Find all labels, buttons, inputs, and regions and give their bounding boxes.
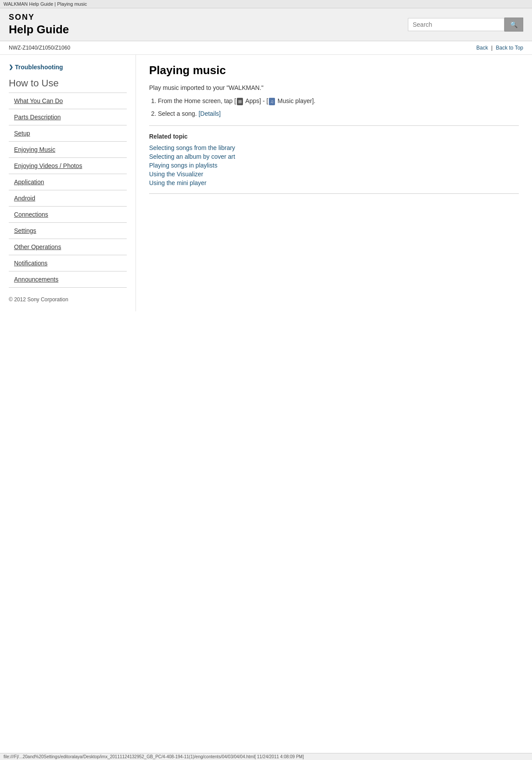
sony-logo: SONY — [9, 13, 69, 22]
sidebar-nav-item[interactable]: Announcements — [9, 271, 127, 288]
related-link[interactable]: Playing songs in playlists — [149, 162, 218, 169]
details-link[interactable]: [Details] — [199, 110, 221, 117]
related-link[interactable]: Using the Visualizer — [149, 171, 203, 178]
related-link-item: Using the mini player — [149, 179, 519, 186]
back-to-top-link[interactable]: Back to Top — [496, 45, 523, 51]
troubleshooting-label: Troubleshooting — [15, 64, 63, 71]
content-steps: From the Home screen, tap [⊞ Apps] - [♫ … — [158, 96, 519, 118]
sidebar-nav-item[interactable]: Android — [9, 190, 127, 207]
related-link[interactable]: Selecting an album by cover art — [149, 153, 235, 160]
model-number: NWZ-Z1040/Z1050/Z1060 — [9, 45, 70, 51]
nav-bar: NWZ-Z1040/Z1050/Z1060 Back | Back to Top — [0, 41, 532, 55]
related-link-item: Using the Visualizer — [149, 171, 519, 178]
search-input[interactable] — [408, 18, 504, 31]
step-2: Select a song. [Details] — [158, 109, 519, 118]
content-title: Playing music — [149, 64, 519, 77]
related-link[interactable]: Using the mini player — [149, 179, 207, 186]
content-area: Playing music Play music imported to you… — [136, 55, 532, 311]
sidebar-nav-item[interactable]: Application — [9, 174, 127, 190]
troubleshooting-section: Troubleshooting — [9, 64, 127, 71]
browser-titlebar: WALKMAN Help Guide | Playing music — [0, 0, 532, 8]
sidebar-nav-item[interactable]: Connections — [9, 207, 127, 223]
content-divider-2 — [149, 193, 519, 194]
sidebar-nav-item[interactable]: Notifications — [9, 255, 127, 271]
apps-icon: ⊞ — [237, 98, 243, 105]
related-link-item: Selecting an album by cover art — [149, 153, 519, 160]
music-player-icon: ♫ — [269, 98, 275, 105]
troubleshooting-link[interactable]: Troubleshooting — [9, 64, 127, 71]
related-topic-title: Related topic — [149, 133, 519, 140]
step-1: From the Home screen, tap [⊞ Apps] - [♫ … — [158, 96, 519, 106]
sidebar-nav-item[interactable]: Enjoying Music — [9, 142, 127, 158]
header-search-area: 🔍 — [408, 18, 523, 32]
sidebar-nav-item[interactable]: Setup — [9, 125, 127, 142]
sidebar-nav-item[interactable]: Other Operations — [9, 239, 127, 255]
browser-title: WALKMAN Help Guide | Playing music — [4, 1, 87, 7]
sidebar-copyright: © 2012 Sony Corporation — [9, 296, 127, 303]
related-link-item: Playing songs in playlists — [149, 162, 519, 169]
related-topic-section: Related topic Selecting songs from the l… — [149, 133, 519, 186]
page-header: SONY Help Guide 🔍 — [0, 8, 532, 41]
related-link-item: Selecting songs from the library — [149, 144, 519, 151]
how-to-use-title: How to Use — [9, 78, 127, 93]
sidebar-nav-item[interactable]: Parts Description — [9, 109, 127, 125]
help-guide-title: Help Guide — [9, 23, 69, 36]
content-intro: Play music imported to your "WALKMAN." — [149, 84, 519, 91]
sidebar: Troubleshooting How to Use What You Can … — [0, 55, 136, 311]
sidebar-nav-item[interactable]: Enjoying Videos / Photos — [9, 158, 127, 174]
header-logo-area: SONY Help Guide — [9, 13, 69, 36]
nav-links: Back | Back to Top — [476, 45, 523, 51]
related-links-list: Selecting songs from the librarySelectin… — [149, 144, 519, 186]
content-divider-1 — [149, 125, 519, 126]
sidebar-nav-item[interactable]: Settings — [9, 223, 127, 239]
sidebar-nav-item[interactable]: What You Can Do — [9, 93, 127, 109]
search-button[interactable]: 🔍 — [504, 18, 523, 32]
related-link[interactable]: Selecting songs from the library — [149, 144, 235, 151]
nav-separator: | — [491, 45, 493, 51]
back-link[interactable]: Back — [476, 45, 488, 51]
main-layout: Troubleshooting How to Use What You Can … — [0, 55, 532, 311]
sidebar-nav: What You Can DoParts DescriptionSetupEnj… — [9, 93, 127, 288]
